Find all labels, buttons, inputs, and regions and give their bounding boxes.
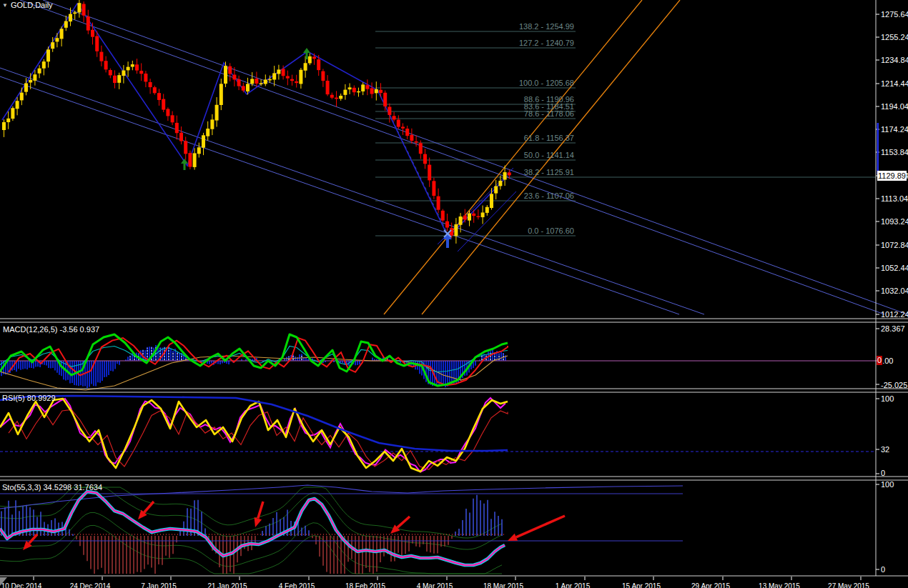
price-axis-label: 1275.64 (881, 10, 908, 19)
chart-dropdown-icon[interactable]: ▼ (2, 2, 8, 9)
fib-layer (375, 31, 876, 236)
price-axis-label: 1052.44 (881, 264, 908, 272)
rsi-label: RSI(5) 80.9929 (2, 394, 56, 402)
time-axis-label: 18 Feb 2015 (345, 582, 385, 588)
sto-axis-top: 100 (881, 480, 894, 489)
frame-layer (0, 0, 908, 580)
time-axis-label: 24 Dec 2014 (70, 582, 111, 588)
price-axis-label: 1093.24 (881, 217, 908, 226)
price-axis-label: 1072.84 (881, 241, 908, 249)
fib-level-label: 61.8 - 1156.37 (474, 134, 574, 142)
time-axis-label: 10 Dec 2014 (1, 582, 42, 588)
symbol-label: GOLD,Daily (11, 1, 53, 9)
fib-level-label: 38.2 - 1125.91 (474, 168, 574, 176)
price-axis-label: 1174.24 (881, 125, 908, 134)
zigzag-layer (2, 4, 508, 237)
fib-level-label: 127.2 - 1240.79 (474, 39, 574, 47)
sto-axis-bottom: 0 (881, 565, 885, 574)
price-axis-label: 1194.04 (881, 102, 908, 111)
macd-zero-rest: .00 (882, 357, 893, 365)
time-axis-label: 4 Mar 2015 (417, 582, 453, 588)
price-axis-label: 1234.84 (881, 56, 908, 64)
fib-level-label: 138.2 - 1254.99 (474, 22, 574, 31)
time-axis-label: 13 May 2015 (759, 582, 800, 588)
price-axis-label: 1214.44 (881, 79, 908, 88)
trendlines-layer (0, 0, 907, 314)
time-axis-label: 1 Apr 2015 (556, 582, 590, 588)
candles-layer (2, 0, 511, 244)
current-price-box: 1129.89 (877, 171, 907, 181)
fib-level-label: 50.0 - 1141.14 (474, 151, 574, 159)
macd-label: MACD(12,26,5) -3.56 0.937 (3, 325, 99, 334)
price-axis-label: 1113.04 (881, 194, 908, 203)
scroll-corner-icon (0, 577, 7, 586)
price-axis-label: 1153.84 (881, 148, 908, 156)
fib-level-label: 78.6 - 1178.06 (474, 109, 574, 118)
current-price-value: 1129.89 (878, 171, 906, 180)
time-axis-label: 18 Mar 2015 (483, 582, 523, 588)
sto-label: Sto(55,3,3) 34.5298 31.7634 (2, 483, 102, 492)
macd-pane (0, 334, 876, 390)
mt4-chart-window: ▼ GOLD,Daily 138.2 - 1254.99127.2 - 1240… (0, 0, 908, 588)
chart-canvas[interactable] (0, 0, 908, 588)
time-axis-label: 21 Jan 2015 (207, 582, 247, 588)
macd-axis-bottom: -25.025 (881, 381, 907, 389)
time-axis-label: 4 Feb 2015 (279, 582, 315, 588)
macd-axis-top: 28.367 (881, 324, 905, 333)
rsi-axis-bottom: 0 (881, 469, 885, 477)
fib-level-label: 100.0 - 1205.68 (474, 79, 574, 87)
rsi-pane (0, 396, 876, 472)
rsi-axis-mid: 32 (881, 445, 889, 454)
time-axis-label: 27 May 2015 (828, 582, 869, 588)
price-axis-label: 1012.24 (881, 310, 908, 319)
time-axis-label: 15 Apr 2015 (622, 582, 661, 588)
time-axis-label: 29 Apr 2015 (691, 582, 730, 588)
sto-pane (0, 485, 683, 574)
price-axis-label: 1255.24 (881, 33, 908, 41)
macd-zero-box: 0 (877, 356, 882, 365)
macd-axis-zero: 0.00 (877, 356, 893, 365)
rsi-axis-top: 100 (881, 394, 894, 403)
price-axis-label: 1032.04 (881, 286, 908, 295)
time-axis-label: 7 Jan 2015 (141, 582, 177, 588)
symbol-bar: ▼ GOLD,Daily (2, 1, 53, 9)
markers-layer (181, 48, 452, 248)
fib-level-label: 0.0 - 1076.60 (474, 226, 574, 235)
fib-level-label: 23.6 - 1107.06 (474, 191, 574, 200)
